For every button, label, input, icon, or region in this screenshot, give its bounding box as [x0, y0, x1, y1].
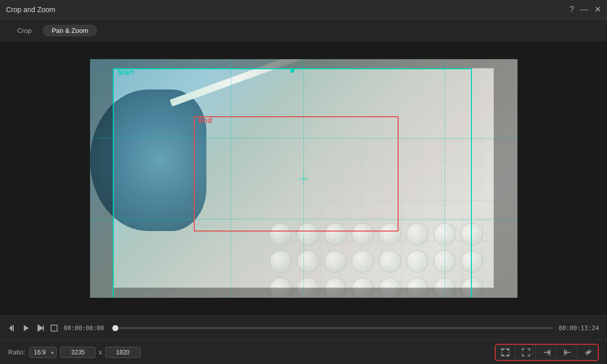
- tab-pan-zoom[interactable]: Pan & Zoom: [42, 25, 97, 36]
- swap-button[interactable]: [579, 345, 598, 360]
- well-cell: [433, 223, 456, 245]
- well-cell: [461, 223, 483, 245]
- help-button[interactable]: ?: [570, 6, 574, 14]
- playback-bar: 00:00:00:00 00:00:13:24: [0, 315, 607, 340]
- well-cell: [270, 223, 292, 245]
- ratio-select[interactable]: 16:9 4:3 1:1 9:16: [29, 347, 57, 358]
- minimize-button[interactable]: —: [580, 6, 588, 14]
- well-cell: [324, 223, 346, 245]
- width-input[interactable]: [60, 347, 96, 358]
- well-cell: [297, 278, 319, 298]
- well-cell: [406, 278, 428, 298]
- well-cell: [324, 250, 346, 272]
- well-cell: [433, 250, 456, 272]
- align-right-button[interactable]: [537, 345, 557, 360]
- align-left-button[interactable]: [558, 345, 578, 360]
- titlebar: Crop and Zoom ? — ✕: [0, 0, 607, 19]
- height-input[interactable]: [105, 347, 141, 358]
- well-cell: [433, 278, 456, 298]
- well-cell: [406, 223, 428, 245]
- plate-grid-visual: [239, 130, 517, 298]
- titlebar-controls: ? — ✕: [570, 6, 601, 14]
- video-preview-area: Start End: [0, 41, 607, 315]
- progress-thumb[interactable]: [112, 325, 118, 331]
- current-time: 00:00:00:00: [64, 325, 109, 332]
- play-button-alt[interactable]: [36, 324, 45, 332]
- svg-marker-3: [38, 325, 43, 331]
- skip-back-button[interactable]: [8, 324, 16, 332]
- well-cell: [270, 250, 292, 272]
- tab-crop[interactable]: Crop: [8, 25, 40, 36]
- lab-glove-visual: [90, 89, 206, 231]
- ratio-label: Ratio:: [8, 348, 25, 356]
- dimension-separator: x: [99, 348, 102, 356]
- progress-bar[interactable]: [115, 327, 553, 329]
- stop-button[interactable]: [51, 325, 58, 332]
- expand-button[interactable]: [516, 345, 536, 360]
- wells-grid: [270, 223, 485, 298]
- well-cell: [379, 250, 401, 272]
- svg-rect-6: [502, 349, 509, 356]
- play-pause-button[interactable]: [22, 324, 30, 332]
- well-cell: [297, 250, 319, 272]
- well-cell: [406, 250, 428, 272]
- video-canvas[interactable]: Start End: [90, 59, 517, 298]
- well-cell: [352, 250, 374, 272]
- svg-marker-2: [24, 325, 29, 331]
- well-cell: [379, 223, 401, 245]
- total-time: 00:00:13:24: [559, 325, 599, 332]
- well-cell: [324, 278, 346, 298]
- svg-rect-5: [51, 325, 57, 331]
- close-button[interactable]: ✕: [594, 6, 601, 14]
- fit-button[interactable]: [496, 345, 515, 360]
- well-cell: [270, 278, 292, 298]
- ratio-wrapper: 16:9 4:3 1:1 9:16: [29, 347, 57, 358]
- well-cell: [461, 278, 483, 298]
- well-cell: [461, 250, 483, 272]
- tabbar: Crop Pan & Zoom: [0, 19, 607, 41]
- svg-marker-0: [9, 325, 12, 331]
- well-cell: [297, 223, 319, 245]
- well-cell: [379, 278, 401, 298]
- well-cell: [352, 278, 374, 298]
- svg-rect-1: [13, 325, 14, 331]
- controls-bar: Ratio: 16:9 4:3 1:1 9:16 x: [0, 340, 607, 364]
- well-cell: [352, 223, 374, 245]
- align-button-group: [495, 344, 599, 361]
- window-title: Crop and Zoom: [6, 6, 55, 14]
